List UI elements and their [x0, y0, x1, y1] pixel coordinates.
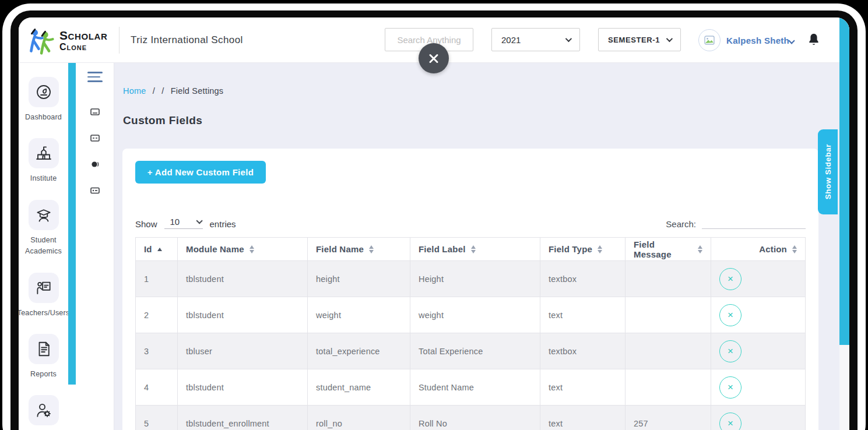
entries-label: entries [210, 219, 236, 229]
table-search-control: Search: [666, 216, 806, 229]
sidebar-item-label: Institute [30, 173, 57, 184]
add-new-custom-field-button[interactable]: + Add New Custom Field [135, 161, 266, 184]
cell-field-label: Roll No [410, 406, 540, 430]
chevron-down-icon [666, 36, 673, 42]
id-card-icon[interactable] [90, 186, 100, 197]
sort-both-icon [471, 245, 476, 253]
cell-action: × [711, 406, 806, 430]
cell-field-name: total_experience [308, 333, 410, 369]
cell-module-name: tblstudent_enrollment [178, 406, 308, 430]
delete-field-button[interactable]: × [719, 413, 742, 430]
user-menu[interactable]: Kalpesh Sheth [726, 17, 789, 63]
page-scrollbar-thumb[interactable] [839, 17, 849, 345]
cell-field-name: roll_no [308, 406, 410, 430]
sidebar-item-student-academics[interactable]: Student Academics [19, 200, 68, 258]
bell-icon[interactable] [807, 33, 821, 48]
sidebar-scrollbar[interactable] [68, 63, 76, 430]
table-row: 1tblstudentheightHeighttextbox× [136, 261, 806, 297]
delete-field-button[interactable]: × [719, 340, 742, 362]
column-header-id[interactable]: Id [136, 238, 178, 261]
cell-field-message [625, 369, 711, 406]
semester-select[interactable]: SEMESTER-1 [598, 28, 681, 51]
cell-field-type: textbox [540, 261, 625, 297]
chevron-down-icon [196, 217, 202, 224]
cell-field-message [625, 297, 711, 333]
close-icon[interactable] [419, 43, 449, 73]
delete-field-button[interactable]: × [719, 376, 742, 399]
column-header-field-type[interactable]: Field Type [540, 238, 625, 261]
cell-id: 5 [136, 406, 178, 430]
cell-action: × [711, 333, 806, 369]
breadcrumb-separator: / [161, 86, 164, 96]
delete-field-button[interactable]: × [719, 268, 742, 290]
column-label: Field Label [419, 244, 466, 254]
table-row: 4tblstudentstudent_nameStudent Nametext× [136, 369, 806, 406]
cell-module-name: tblstudent [178, 369, 308, 406]
avatar[interactable] [698, 29, 721, 51]
cell-module-name: tblstudent [178, 261, 308, 297]
sort-both-icon [792, 245, 797, 253]
cell-id: 3 [136, 333, 178, 369]
sidebar-item-reports[interactable]: Reports [19, 334, 68, 380]
column-header-action[interactable]: Action [711, 238, 806, 261]
table-header-row: IdModule NameField NameField LabelField … [136, 238, 806, 261]
column-header-field-label[interactable]: Field Label [410, 238, 540, 261]
cell-action: × [711, 297, 806, 333]
sidebar-item-institute[interactable]: Institute [19, 138, 68, 184]
year-select-value: 2021 [501, 35, 521, 45]
record-icon[interactable] [90, 160, 100, 171]
sort-asc-icon [157, 248, 162, 251]
delete-field-button[interactable]: × [719, 304, 742, 326]
main-sidebar: DashboardInstituteStudent AcademicsTeach… [19, 63, 68, 430]
table-controls: Show 10 entries Search: [135, 216, 806, 229]
show-sidebar-tab[interactable]: Show Sidebar [818, 129, 838, 214]
cell-module-name: tbluser [178, 333, 308, 369]
brand-logo[interactable]: Scholar Clone [27, 24, 107, 56]
card-reader-icon[interactable] [90, 108, 100, 118]
table-search-input[interactable] [702, 216, 806, 229]
sidebar-item-tile [29, 395, 59, 425]
cell-id: 1 [136, 261, 178, 297]
sidebar-scrollbar-thumb[interactable] [68, 63, 76, 385]
breadcrumb-home-link[interactable]: Home [123, 86, 146, 96]
menu-icon[interactable] [87, 72, 103, 82]
app-window: Scholar Clone Triz International School … [19, 17, 849, 430]
icon-rail [76, 63, 114, 430]
column-label: Module Name [186, 244, 244, 254]
page-length-select[interactable]: 10 [164, 217, 203, 229]
user-gear-icon [35, 401, 52, 419]
sidebar-item-tile [29, 200, 59, 230]
cell-id: 4 [136, 369, 178, 406]
page-scrollbar[interactable] [839, 17, 849, 430]
cell-field-name: weight [308, 297, 410, 333]
sort-both-icon [249, 245, 254, 253]
cell-field-name: student_name [308, 369, 410, 406]
cell-field-type: text [540, 297, 625, 333]
school-name: Triz International School [131, 17, 243, 63]
table-row: 5tblstudent_enrollmentroll_noRoll Notext… [136, 406, 806, 430]
sidebar-item-lms[interactable]: LMS [19, 395, 68, 430]
year-select[interactable]: 2021 [491, 28, 580, 51]
card-scan-icon[interactable] [90, 134, 100, 144]
sidebar-item-teachers-users[interactable]: Teachers/Users [19, 273, 68, 319]
cell-field-type: text [540, 369, 625, 406]
page-length-control: Show 10 entries [135, 217, 236, 229]
cell-field-type: textbox [540, 333, 625, 369]
institute-school-icon [35, 144, 52, 162]
breadcrumb-separator: / [153, 86, 155, 96]
sidebar-item-dashboard[interactable]: Dashboard [19, 77, 68, 123]
sidebar-item-label: Reports [30, 369, 57, 380]
column-header-field-message[interactable]: Field Message [625, 238, 711, 261]
cell-action: × [711, 369, 806, 406]
sidebar-item-label: Dashboard [25, 112, 62, 123]
column-header-module-name[interactable]: Module Name [178, 238, 308, 261]
breadcrumb: Home / / Field Settings [123, 86, 227, 96]
scholar-clone-logo-icon [27, 24, 57, 56]
custom-fields-card: + Add New Custom Field Show 10 entries S… [122, 149, 818, 430]
column-label: Action [759, 244, 787, 254]
table-row: 3tblusertotal_experienceTotal Experience… [136, 333, 806, 369]
table-row: 2tblstudentweightweighttext× [136, 297, 806, 333]
column-label: Id [144, 244, 152, 254]
column-header-field-name[interactable]: Field Name [308, 238, 410, 261]
sidebar-item-tile [29, 334, 59, 364]
